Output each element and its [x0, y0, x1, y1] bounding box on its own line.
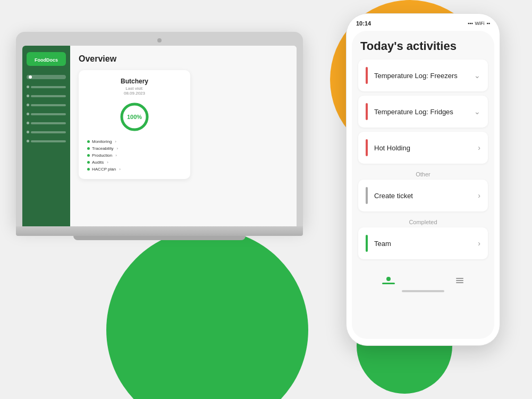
- sidebar-item-active[interactable]: [27, 75, 66, 79]
- laptop-screen: FoodDocs: [22, 46, 297, 226]
- phone-time: 10:14: [356, 20, 371, 27]
- card-last-visit: Last visit: 08.09.2023: [87, 86, 182, 96]
- activity-item-freezers[interactable]: Temperature Log: Freezers ⌄: [358, 60, 488, 91]
- card-link-traceability[interactable]: Traceability ›: [87, 146, 182, 151]
- sidebar-logo-text: FoodDocs: [35, 57, 58, 63]
- nav-home-dot: [386, 277, 391, 281]
- card-links: Monitoring › Traceability › Production ›: [87, 139, 182, 172]
- activity-bar-red-1: [366, 67, 368, 84]
- phone-screen-title: Today's activities: [352, 31, 494, 60]
- overview-title: Overview: [79, 54, 288, 64]
- sidebar-item-1[interactable]: [27, 86, 66, 88]
- activity-label-create-ticket: Create ticket: [374, 192, 478, 200]
- activity-label-hot-holding: Hot Holding: [374, 144, 478, 152]
- laptop: FoodDocs: [16, 32, 303, 240]
- phone: 10:14 ▪▪▪ WiFi ▪▪ Today's activities Tem…: [346, 13, 500, 346]
- card-link-production[interactable]: Production ›: [87, 153, 182, 158]
- phone-status-bar: 10:14 ▪▪▪ WiFi ▪▪: [352, 20, 494, 27]
- activity-list: Temperature Log: Freezers ⌄ Temperature …: [352, 60, 494, 264]
- phone-home-indicator: [402, 290, 444, 292]
- bg-green-large-circle: [106, 229, 308, 399]
- nav-profile-icon: [455, 276, 465, 285]
- activity-bar-green: [366, 235, 368, 252]
- svg-text:100%: 100%: [127, 114, 142, 120]
- sidebar-item-4[interactable]: [27, 113, 66, 115]
- activity-label-freezers: Temperature Log: Freezers: [374, 72, 474, 80]
- section-other: Other: [358, 168, 488, 180]
- chevron-right-icon-2: ›: [478, 191, 480, 200]
- nav-home-line: [382, 283, 395, 284]
- sidebar-item-7[interactable]: [27, 140, 66, 142]
- activity-label-team: Team: [374, 240, 478, 248]
- section-completed: Completed: [358, 216, 488, 227]
- chevron-right-icon-3: ›: [478, 239, 480, 248]
- phone-bottom-nav: [352, 270, 494, 287]
- progress-circle-container: 100%: [87, 101, 182, 133]
- chevron-right-icon-1: ›: [478, 143, 480, 152]
- nav-profile[interactable]: [455, 276, 465, 285]
- card-link-haccp[interactable]: HACCP plan ›: [87, 167, 182, 172]
- activity-item-team[interactable]: Team ›: [358, 227, 488, 259]
- laptop-camera: [157, 38, 162, 43]
- chevron-down-icon-1: ⌄: [474, 71, 480, 80]
- wifi-icon: WiFi: [475, 21, 485, 26]
- phone-screen: Today's activities Temperature Log: Free…: [352, 31, 494, 339]
- sidebar-item-2[interactable]: [27, 95, 66, 97]
- activity-label-fridges: Temperature Log: Fridges: [374, 108, 474, 116]
- activity-bar-red-3: [366, 139, 368, 156]
- laptop-base: [16, 226, 303, 236]
- card-link-audits[interactable]: Audits ›: [87, 160, 182, 165]
- chevron-down-icon-2: ⌄: [474, 107, 480, 116]
- sidebar-item-3[interactable]: [27, 104, 66, 106]
- card-title: Butchery: [87, 78, 182, 85]
- laptop-main: Overview Butchery Last visit: 08.09.2023…: [70, 46, 297, 226]
- nav-home[interactable]: [382, 277, 395, 284]
- sidebar-logo: FoodDocs: [27, 52, 66, 66]
- activity-item-fridges[interactable]: Temperature Log: Fridges ⌄: [358, 96, 488, 128]
- battery-icon: ▪▪: [487, 21, 490, 26]
- sidebar-item-5[interactable]: [27, 122, 66, 124]
- laptop-sidebar: FoodDocs: [22, 46, 70, 226]
- activity-bar-gray: [366, 187, 368, 204]
- phone-outer: 10:14 ▪▪▪ WiFi ▪▪ Today's activities Tem…: [346, 13, 500, 346]
- butchery-card: Butchery Last visit: 08.09.2023 100%: [79, 70, 190, 179]
- signal-icon: ▪▪▪: [468, 21, 473, 26]
- progress-circle: 100%: [119, 101, 150, 133]
- card-link-monitoring[interactable]: Monitoring ›: [87, 139, 182, 144]
- sidebar-item-6[interactable]: [27, 131, 66, 133]
- phone-status-icons: ▪▪▪ WiFi ▪▪: [468, 21, 490, 26]
- activity-bar-red-2: [366, 103, 368, 120]
- laptop-screen-outer: FoodDocs: [16, 32, 303, 226]
- laptop-foot: [73, 236, 246, 240]
- activity-item-hot-holding[interactable]: Hot Holding ›: [358, 132, 488, 164]
- activity-item-create-ticket[interactable]: Create ticket ›: [358, 180, 488, 211]
